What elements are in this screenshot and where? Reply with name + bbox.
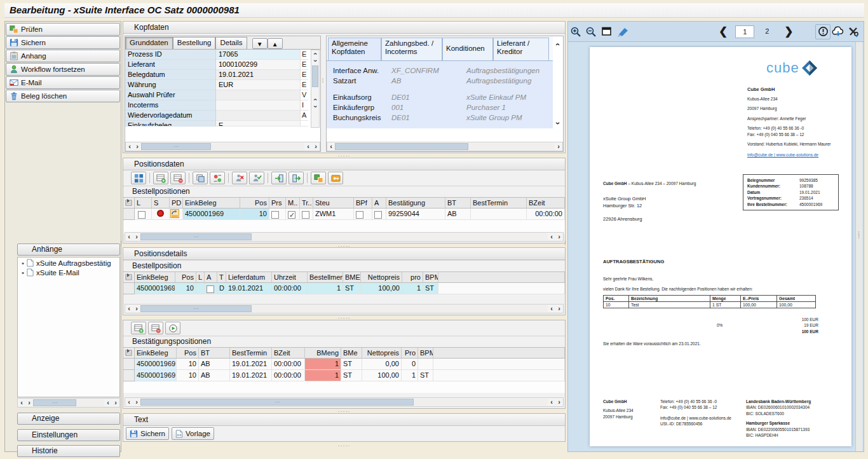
bme-cell[interactable]: ST: [341, 359, 362, 370]
column-header[interactable]: PD: [170, 198, 183, 209]
besttermin-cell[interactable]: [471, 209, 527, 220]
bmeng-cell[interactable]: 1: [305, 370, 341, 381]
text-sichern-button[interactable]: Sichern: [126, 427, 169, 440]
pruefen-button[interactable]: Prüfen: [6, 23, 120, 36]
scroll-down-icon[interactable]: ›: [312, 57, 319, 65]
anhaenge-section-header[interactable]: Anhänge: [17, 243, 120, 256]
einkbeleg-cell[interactable]: 4500001969: [135, 370, 177, 381]
pos-cell[interactable]: 10: [240, 209, 269, 220]
kopfdaten-vertical-scrollbar[interactable]: ‹ › ‹ ›: [311, 50, 320, 128]
select-all-icon[interactable]: [123, 198, 135, 209]
beleg-loeschen-button[interactable]: Beleg löschen: [6, 90, 120, 102]
nettopreis-cell[interactable]: 0,00: [362, 359, 402, 370]
field-value[interactable]: 19.01.2021: [216, 70, 301, 80]
select-all-icon[interactable]: [123, 272, 135, 283]
column-header[interactable]: Bestätigung: [386, 198, 445, 209]
column-header[interactable]: EinkBeleg: [135, 348, 177, 359]
scroll-left-icon[interactable]: ‹: [548, 233, 555, 240]
pd-document-icon[interactable]: [170, 209, 183, 220]
column-header[interactable]: Steu: [313, 198, 354, 209]
bestaetigung-cell[interactable]: 99259044: [386, 209, 445, 220]
layout-grid-icon[interactable]: [131, 172, 146, 184]
bpm-cell[interactable]: ST: [418, 370, 433, 381]
bme-cell[interactable]: ST: [341, 370, 362, 381]
scroll-right-icon[interactable]: ›: [25, 399, 33, 406]
delete-row-icon[interactable]: [148, 322, 163, 334]
tr-checkbox[interactable]: [302, 211, 309, 219]
scroll-left-icon[interactable]: ‹: [548, 305, 555, 312]
fit-page-icon[interactable]: [599, 24, 614, 39]
sidebar-splitter-grip[interactable]: ⁞: [120, 242, 123, 245]
tab-zahlungsbed-incoterms[interactable]: Zahlungsbed. / Incoterms: [381, 38, 442, 60]
lieferdatum-cell[interactable]: 19.01.2021: [226, 283, 272, 294]
bmeng-cell[interactable]: 1: [305, 359, 341, 370]
column-header[interactable]: Pos: [177, 348, 199, 359]
scroll-left-icon[interactable]: ‹: [125, 305, 133, 312]
bpf-checkbox[interactable]: [356, 211, 363, 219]
scroll-up-icon[interactable]: ‹: [552, 43, 564, 46]
previous-page-icon[interactable]: ❮: [719, 26, 728, 38]
scrollbar-thumb[interactable]: [335, 143, 468, 150]
bestellposition-horizontal-scrollbar[interactable]: ‹ › ⋯ ‹ ›: [125, 304, 564, 313]
pro-cell[interactable]: 1: [402, 370, 418, 381]
letterhead-links[interactable]: info@cube.de | www.cube-solutions.de: [747, 152, 843, 158]
bestaetigungen-horizontal-scrollbar[interactable]: ‹ › ⋯ ‹ ›: [125, 397, 564, 407]
column-header[interactable]: Lieferdatum: [226, 272, 272, 283]
historie-section-header[interactable]: Historie: [17, 445, 120, 457]
scroll-right-icon[interactable]: ›: [133, 399, 140, 406]
scroll-left-icon[interactable]: ‹: [548, 399, 555, 406]
column-header[interactable]: Nettopreis: [362, 348, 402, 359]
transfer-out-icon[interactable]: [288, 172, 304, 184]
scrollbar-thumb[interactable]: ⋯: [140, 233, 252, 240]
column-header[interactable]: Pos: [240, 198, 269, 209]
scrollbar-thumb[interactable]: ⋯: [141, 143, 211, 150]
collapse-icon[interactable]: ▾: [252, 38, 268, 49]
key-icon[interactable]: [328, 172, 343, 184]
approve-position-icon[interactable]: [249, 172, 264, 184]
pro-cell[interactable]: 0: [402, 359, 418, 370]
tab-grunddaten[interactable]: Grunddaten: [125, 37, 173, 49]
column-header[interactable]: BPf: [354, 198, 372, 209]
pos-cell[interactable]: 10: [175, 283, 196, 294]
einkbeleg-cell[interactable]: 4500001969: [135, 283, 175, 294]
detail-vertical-scrollbar[interactable]: ‹ ›: [553, 36, 563, 132]
uhrzeit-cell[interactable]: 00:00:00: [272, 283, 308, 294]
column-header[interactable]: Prs: [269, 198, 286, 209]
attachment-auftragsbestaetigung[interactable]: • xSuite Auftragsbestätig: [18, 257, 119, 267]
swap-positions-icon[interactable]: [210, 172, 225, 184]
pos-cell[interactable]: 10: [177, 359, 199, 370]
besttermin-cell[interactable]: 19.01.2021: [230, 370, 272, 381]
scroll-right-icon[interactable]: ›: [312, 143, 320, 150]
field-value[interactable]: EUR: [216, 80, 301, 90]
scroll-right-icon[interactable]: ›: [555, 305, 563, 312]
field-value[interactable]: E: [216, 121, 301, 127]
column-header[interactable]: M..: [286, 198, 300, 209]
column-header[interactable]: A: [205, 272, 217, 283]
column-header[interactable]: BestTermin: [471, 198, 527, 209]
table-row[interactable]: 4500001969 10 ZWM1 99259044 AB 00:00:00: [123, 209, 565, 220]
l-cell[interactable]: [196, 283, 205, 294]
bestellmenge-cell[interactable]: 1: [308, 283, 343, 294]
bt-cell[interactable]: AB: [445, 209, 471, 220]
scroll-right-icon[interactable]: ›: [133, 233, 140, 240]
splitter-grip[interactable]: ⁞: [322, 79, 325, 83]
warning-icon[interactable]: [815, 24, 831, 39]
table-row[interactable]: 4500001969 10 AB 19.01.2021 00:00:00 1 S…: [123, 359, 565, 370]
bt-cell[interactable]: AB: [199, 370, 230, 381]
column-header[interactable]: S: [152, 198, 170, 209]
column-header[interactable]: EinkBeleg: [135, 272, 175, 283]
attachments-horizontal-scrollbar[interactable]: ‹ › ⋯ ‹ ›: [17, 398, 120, 408]
column-header[interactable]: Pos: [175, 272, 196, 283]
field-value[interactable]: [216, 90, 301, 100]
scroll-left-icon[interactable]: ‹: [304, 143, 312, 150]
column-header[interactable]: BestTermin: [230, 348, 272, 359]
bestellpositionen-horizontal-scrollbar[interactable]: ‹ › ⋯ ‹ ›: [125, 232, 564, 242]
anzeige-section-header[interactable]: Anzeige: [17, 413, 120, 425]
tab-bestellung[interactable]: Bestellung: [173, 37, 216, 49]
pdf-document-area[interactable]: cube Cube GmbH Kubus-Allee 234 20097 Ham…: [568, 42, 864, 451]
tab-allgemeine-kopfdaten[interactable]: Allgemeine Kopfdaten: [328, 38, 381, 60]
tab-lieferant-kreditor[interactable]: Lieferant / Kreditor: [493, 38, 549, 60]
column-header[interactable]: T: [217, 272, 226, 283]
middle-splitter-grip[interactable]: ⁞: [564, 242, 567, 245]
bpm-cell[interactable]: ST: [423, 283, 438, 294]
